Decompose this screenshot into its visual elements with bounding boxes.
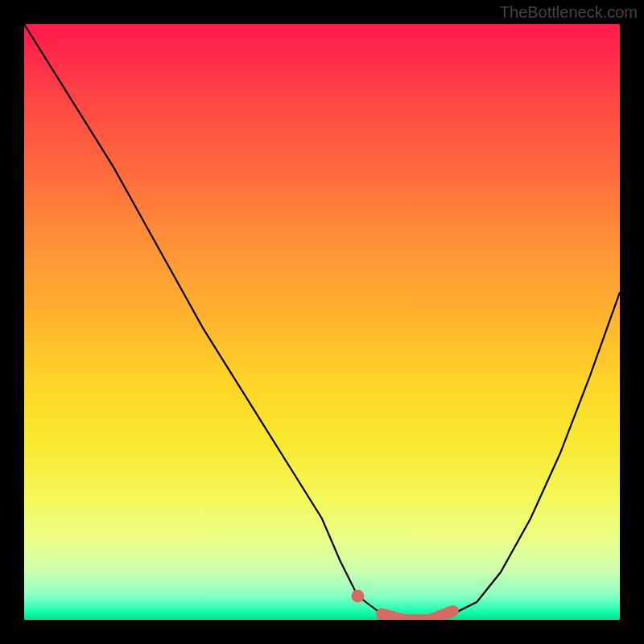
chart-plot-area	[24, 24, 620, 620]
bottleneck-curve-line	[24, 24, 620, 620]
chart-svg	[24, 24, 620, 620]
watermark-text: TheBottleneck.com	[500, 3, 638, 22]
optimal-point-dot	[351, 589, 364, 602]
optimal-range-highlight	[382, 611, 453, 620]
